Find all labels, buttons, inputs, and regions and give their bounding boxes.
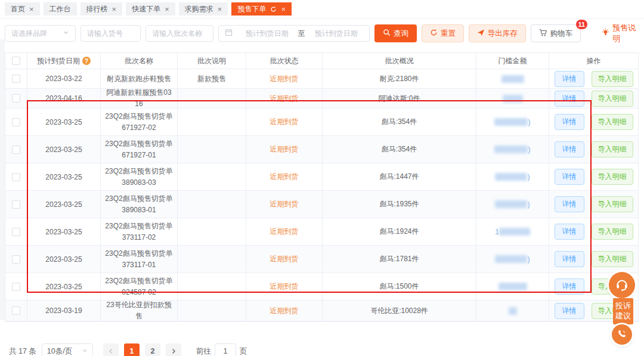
export-inventory-button[interactable]: 导出库存 bbox=[469, 24, 526, 42]
row-checkbox[interactable] bbox=[12, 94, 20, 103]
cell-actions: 详情导入明细 bbox=[549, 109, 638, 135]
cell-actions: 详情导入明细 bbox=[549, 69, 638, 88]
goto-page-input[interactable] bbox=[215, 343, 236, 356]
tab-active[interactable]: 预售下单× bbox=[231, 2, 292, 16]
import-detail-button[interactable]: 导入明细 bbox=[592, 91, 633, 107]
tab-item[interactable]: 快速下单× bbox=[126, 2, 175, 16]
date-range-input[interactable]: 预计到货日期 至 预计到货日期 bbox=[218, 25, 370, 42]
tab-item[interactable]: 排行榜× bbox=[80, 2, 123, 16]
row-checkbox-cell bbox=[5, 89, 27, 108]
page-size-select[interactable]: 10条/页 bbox=[42, 343, 93, 356]
row-checkbox-cell bbox=[5, 218, 27, 245]
import-detail-button[interactable]: 导入明细 bbox=[592, 114, 633, 130]
row-checkbox[interactable] bbox=[12, 118, 20, 126]
threshold-visible-char: ) bbox=[527, 173, 530, 181]
item-no-input[interactable]: 请输入货号 bbox=[80, 25, 141, 42]
batch-name-input[interactable]: 请输入批次名称 bbox=[145, 25, 213, 42]
customer-service-float-button[interactable] bbox=[609, 272, 635, 298]
search-icon bbox=[383, 29, 391, 38]
filter-bar: 请选择品牌 请输入货号 请输入批次名称 预计到货日期 至 预计到货日期 查询 重… bbox=[0, 19, 644, 47]
cell-batch-desc bbox=[178, 163, 246, 190]
tab-close-icon[interactable]: × bbox=[218, 5, 222, 13]
detail-button[interactable]: 详情 bbox=[555, 278, 584, 295]
cell-batch-status: 近期到货 bbox=[246, 191, 323, 218]
cell-threshold bbox=[476, 273, 549, 300]
page-number-button[interactable]: 1 bbox=[124, 343, 140, 356]
select-all-checkbox[interactable] bbox=[12, 57, 20, 65]
row-checkbox-cell bbox=[5, 191, 27, 218]
threshold-redacted-value bbox=[495, 200, 527, 208]
cart-button[interactable]: 购物车 11 bbox=[531, 24, 581, 42]
row-checkbox-cell bbox=[5, 273, 27, 300]
search-button[interactable]: 查询 bbox=[374, 24, 417, 42]
goto-suffix: 页 bbox=[240, 346, 247, 356]
prev-page-button[interactable] bbox=[103, 343, 119, 356]
detail-button[interactable]: 详情 bbox=[555, 91, 584, 107]
detail-button[interactable]: 详情 bbox=[555, 141, 584, 157]
tab-item[interactable]: 首页× bbox=[5, 2, 40, 16]
brand-select[interactable]: 请选择品牌 bbox=[5, 25, 76, 42]
presale-help-link[interactable]: 预售说明 bbox=[601, 23, 639, 44]
row-checkbox[interactable] bbox=[12, 146, 20, 154]
row-checkbox[interactable] bbox=[12, 228, 20, 236]
detail-button[interactable]: 详情 bbox=[555, 114, 584, 130]
tab-item[interactable]: 工作台 bbox=[44, 2, 77, 16]
threshold-redacted-value bbox=[495, 255, 527, 263]
tab-refresh-icon[interactable] bbox=[270, 6, 277, 13]
header-checkbox-cell bbox=[5, 53, 27, 69]
cell-batch-overview: 彪马:1924件 bbox=[323, 218, 476, 245]
detail-button[interactable]: 详情 bbox=[555, 196, 584, 212]
tab-close-icon[interactable]: × bbox=[112, 5, 117, 13]
tab-label: 预售下单 bbox=[237, 4, 266, 14]
import-detail-button[interactable]: 导入明细 bbox=[592, 169, 633, 185]
reset-button[interactable]: 重置 bbox=[422, 24, 464, 42]
complaint-suggestion-button[interactable]: 投诉建议 bbox=[613, 298, 633, 324]
detail-button[interactable]: 详情 bbox=[555, 169, 584, 185]
tab-close-icon[interactable]: × bbox=[165, 5, 169, 13]
detail-button[interactable]: 详情 bbox=[555, 224, 584, 240]
row-checkbox[interactable] bbox=[12, 173, 20, 181]
import-detail-button[interactable]: 导入明细 bbox=[592, 224, 633, 240]
import-detail-button[interactable]: 导入明细 bbox=[592, 251, 633, 267]
detail-button[interactable]: 详情 bbox=[555, 303, 584, 319]
row-checkbox[interactable] bbox=[12, 283, 20, 291]
tab-bar: 首页×工作台排行榜×快速下单×求购需求×预售下单× bbox=[0, 0, 644, 19]
batch-name-placeholder: 请输入批次名称 bbox=[152, 29, 202, 39]
cell-date: 2023-03-25 bbox=[27, 191, 101, 218]
cell-batch-overview: 彪马:354件 bbox=[323, 136, 476, 163]
row-checkbox-cell bbox=[5, 301, 27, 321]
next-page-button[interactable] bbox=[166, 343, 181, 356]
cell-batch-name: 耐克新款跑步鞋预售 bbox=[101, 69, 178, 88]
detail-button[interactable]: 详情 bbox=[555, 71, 584, 87]
import-detail-button[interactable]: 导入明细 bbox=[592, 196, 633, 212]
cell-batch-name: 阿迪新款鞋服预售0316 bbox=[101, 89, 178, 108]
cell-batch-status: 近期到货 bbox=[246, 109, 323, 135]
tab-close-icon[interactable]: × bbox=[29, 5, 34, 13]
row-checkbox[interactable] bbox=[12, 75, 20, 83]
detail-button[interactable]: 详情 bbox=[555, 251, 584, 267]
column-header-batch-name: 批次名称 bbox=[101, 53, 178, 69]
cell-date: 2023-03-19 bbox=[27, 301, 101, 321]
cell-batch-status: 近期到货 bbox=[246, 69, 323, 88]
cell-batch-desc bbox=[178, 191, 246, 218]
status-badge: 近期到货 bbox=[270, 199, 299, 209]
import-detail-button[interactable]: 导入明细 bbox=[592, 141, 633, 157]
row-checkbox[interactable] bbox=[12, 307, 20, 315]
page-size-value: 10条/页 bbox=[47, 346, 72, 356]
calendar-icon bbox=[225, 29, 233, 38]
row-checkbox[interactable] bbox=[12, 255, 20, 264]
threshold-redacted-value bbox=[503, 95, 523, 103]
cell-date: 2023-03-25 bbox=[27, 163, 101, 190]
tab-close-icon[interactable]: × bbox=[281, 5, 286, 13]
headset-icon bbox=[614, 277, 630, 294]
import-detail-button[interactable]: 导入明细 bbox=[592, 71, 633, 87]
cell-batch-status: 近期到货 bbox=[246, 136, 323, 163]
cell-batch-desc bbox=[178, 136, 246, 163]
page-number-button[interactable]: 2 bbox=[145, 343, 160, 356]
status-badge: 近期到货 bbox=[270, 254, 299, 264]
status-badge: 近期到货 bbox=[270, 172, 299, 182]
help-question-icon[interactable]: ? bbox=[82, 57, 91, 65]
row-checkbox[interactable] bbox=[12, 200, 20, 209]
phone-contact-float-button[interactable] bbox=[612, 324, 632, 345]
tab-item[interactable]: 求购需求× bbox=[179, 2, 228, 16]
